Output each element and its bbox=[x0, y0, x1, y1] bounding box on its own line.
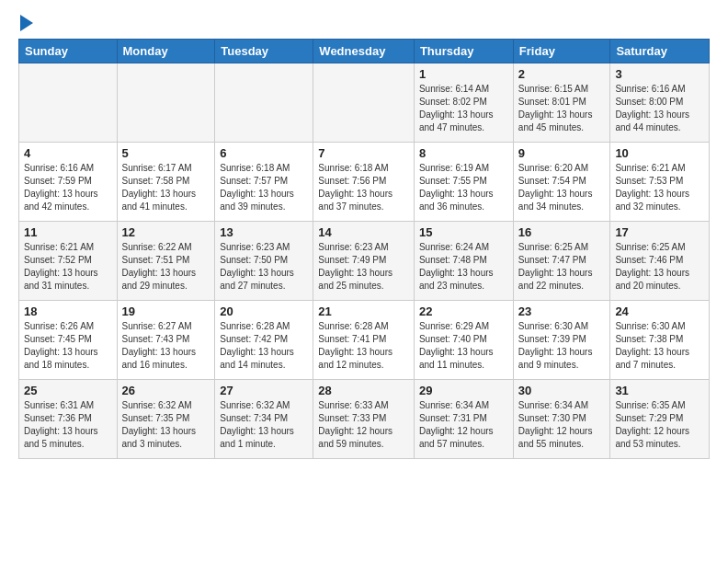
calendar-week-row: 4Sunrise: 6:16 AMSunset: 7:59 PMDaylight… bbox=[19, 143, 710, 222]
day-number: 21 bbox=[318, 304, 409, 318]
day-info: Sunrise: 6:25 AMSunset: 7:47 PMDaylight:… bbox=[518, 241, 606, 293]
calendar-header-monday: Monday bbox=[117, 40, 215, 63]
calendar-header-sunday: Sunday bbox=[19, 40, 118, 63]
day-number: 3 bbox=[615, 67, 704, 81]
day-info: Sunrise: 6:28 AMSunset: 7:41 PMDaylight:… bbox=[318, 320, 409, 372]
day-info: Sunrise: 6:17 AMSunset: 7:58 PMDaylight:… bbox=[122, 162, 210, 213]
calendar-day-cell: 17Sunrise: 6:25 AMSunset: 7:46 PMDayligh… bbox=[610, 222, 710, 301]
day-info: Sunrise: 6:24 AMSunset: 7:48 PMDaylight:… bbox=[419, 241, 508, 293]
day-number: 14 bbox=[318, 225, 409, 239]
day-number: 5 bbox=[122, 146, 210, 160]
day-info: Sunrise: 6:30 AMSunset: 7:39 PMDaylight:… bbox=[518, 320, 606, 372]
day-info: Sunrise: 6:14 AMSunset: 8:02 PMDaylight:… bbox=[419, 83, 508, 134]
calendar-day-cell: 23Sunrise: 6:30 AMSunset: 7:39 PMDayligh… bbox=[513, 301, 610, 380]
calendar-day-cell: 21Sunrise: 6:28 AMSunset: 7:41 PMDayligh… bbox=[313, 301, 415, 380]
day-number: 27 bbox=[220, 384, 308, 397]
day-number: 18 bbox=[24, 304, 112, 318]
header bbox=[18, 15, 710, 31]
calendar-week-row: 11Sunrise: 6:21 AMSunset: 7:52 PMDayligh… bbox=[19, 222, 710, 301]
calendar-day-cell: 3Sunrise: 6:16 AMSunset: 8:00 PMDaylight… bbox=[610, 63, 710, 143]
day-number: 30 bbox=[518, 384, 606, 397]
calendar-day-cell: 7Sunrise: 6:18 AMSunset: 7:56 PMDaylight… bbox=[313, 143, 415, 222]
day-number: 20 bbox=[220, 304, 308, 318]
day-info: Sunrise: 6:31 AMSunset: 7:36 PMDaylight:… bbox=[24, 399, 112, 451]
logo-arrow-icon bbox=[20, 15, 33, 31]
day-number: 7 bbox=[318, 146, 409, 160]
day-info: Sunrise: 6:30 AMSunset: 7:38 PMDaylight:… bbox=[615, 320, 704, 372]
day-number: 17 bbox=[615, 225, 704, 239]
calendar-week-row: 1Sunrise: 6:14 AMSunset: 8:02 PMDaylight… bbox=[19, 63, 710, 143]
calendar-day-cell: 6Sunrise: 6:18 AMSunset: 7:57 PMDaylight… bbox=[215, 143, 313, 222]
day-number: 2 bbox=[518, 67, 606, 81]
day-number: 8 bbox=[419, 146, 508, 160]
calendar-day-cell: 2Sunrise: 6:15 AMSunset: 8:01 PMDaylight… bbox=[513, 63, 610, 143]
calendar-header-wednesday: Wednesday bbox=[313, 40, 415, 63]
calendar-header-thursday: Thursday bbox=[414, 40, 513, 63]
calendar-day-cell: 27Sunrise: 6:32 AMSunset: 7:34 PMDayligh… bbox=[215, 380, 313, 459]
day-number: 25 bbox=[24, 384, 112, 397]
day-number: 23 bbox=[518, 304, 606, 318]
day-info: Sunrise: 6:18 AMSunset: 7:57 PMDaylight:… bbox=[220, 162, 308, 213]
day-number: 19 bbox=[122, 304, 210, 318]
calendar-day-cell: 29Sunrise: 6:34 AMSunset: 7:31 PMDayligh… bbox=[414, 380, 513, 459]
day-number: 28 bbox=[318, 384, 409, 397]
calendar-day-cell: 22Sunrise: 6:29 AMSunset: 7:40 PMDayligh… bbox=[414, 301, 513, 380]
day-number: 1 bbox=[419, 67, 508, 81]
day-number: 16 bbox=[518, 225, 606, 239]
calendar-day-cell: 5Sunrise: 6:17 AMSunset: 7:58 PMDaylight… bbox=[117, 143, 215, 222]
calendar-day-cell: 11Sunrise: 6:21 AMSunset: 7:52 PMDayligh… bbox=[19, 222, 118, 301]
day-number: 24 bbox=[615, 304, 704, 318]
calendar-day-cell: 8Sunrise: 6:19 AMSunset: 7:55 PMDaylight… bbox=[414, 143, 513, 222]
day-info: Sunrise: 6:33 AMSunset: 7:33 PMDaylight:… bbox=[318, 399, 409, 451]
calendar-day-cell: 30Sunrise: 6:34 AMSunset: 7:30 PMDayligh… bbox=[513, 380, 610, 459]
day-info: Sunrise: 6:22 AMSunset: 7:51 PMDaylight:… bbox=[122, 241, 210, 293]
calendar-header-friday: Friday bbox=[513, 40, 610, 63]
day-info: Sunrise: 6:27 AMSunset: 7:43 PMDaylight:… bbox=[122, 320, 210, 372]
day-info: Sunrise: 6:35 AMSunset: 7:29 PMDaylight:… bbox=[615, 399, 704, 451]
calendar-day-cell: 18Sunrise: 6:26 AMSunset: 7:45 PMDayligh… bbox=[19, 301, 118, 380]
day-info: Sunrise: 6:32 AMSunset: 7:34 PMDaylight:… bbox=[220, 399, 308, 451]
calendar-day-cell: 19Sunrise: 6:27 AMSunset: 7:43 PMDayligh… bbox=[117, 301, 215, 380]
calendar-day-cell bbox=[117, 63, 215, 143]
day-info: Sunrise: 6:19 AMSunset: 7:55 PMDaylight:… bbox=[419, 162, 508, 213]
day-number: 10 bbox=[615, 146, 704, 160]
day-number: 6 bbox=[220, 146, 308, 160]
calendar-table: SundayMondayTuesdayWednesdayThursdayFrid… bbox=[18, 39, 710, 459]
calendar-day-cell: 28Sunrise: 6:33 AMSunset: 7:33 PMDayligh… bbox=[313, 380, 415, 459]
day-info: Sunrise: 6:21 AMSunset: 7:52 PMDaylight:… bbox=[24, 241, 112, 293]
day-info: Sunrise: 6:26 AMSunset: 7:45 PMDaylight:… bbox=[24, 320, 112, 372]
day-info: Sunrise: 6:28 AMSunset: 7:42 PMDaylight:… bbox=[220, 320, 308, 372]
day-info: Sunrise: 6:18 AMSunset: 7:56 PMDaylight:… bbox=[318, 162, 409, 213]
day-number: 9 bbox=[518, 146, 606, 160]
day-info: Sunrise: 6:21 AMSunset: 7:53 PMDaylight:… bbox=[615, 162, 704, 213]
calendar-day-cell: 10Sunrise: 6:21 AMSunset: 7:53 PMDayligh… bbox=[610, 143, 710, 222]
day-info: Sunrise: 6:16 AMSunset: 7:59 PMDaylight:… bbox=[24, 162, 112, 213]
day-info: Sunrise: 6:20 AMSunset: 7:54 PMDaylight:… bbox=[518, 162, 606, 213]
day-number: 12 bbox=[122, 225, 210, 239]
calendar-day-cell bbox=[215, 63, 313, 143]
calendar-day-cell: 1Sunrise: 6:14 AMSunset: 8:02 PMDaylight… bbox=[414, 63, 513, 143]
calendar-day-cell: 4Sunrise: 6:16 AMSunset: 7:59 PMDaylight… bbox=[19, 143, 118, 222]
calendar-week-row: 25Sunrise: 6:31 AMSunset: 7:36 PMDayligh… bbox=[19, 380, 710, 459]
day-info: Sunrise: 6:32 AMSunset: 7:35 PMDaylight:… bbox=[122, 399, 210, 451]
calendar-day-cell: 25Sunrise: 6:31 AMSunset: 7:36 PMDayligh… bbox=[19, 380, 118, 459]
calendar-day-cell bbox=[313, 63, 415, 143]
day-info: Sunrise: 6:34 AMSunset: 7:30 PMDaylight:… bbox=[518, 399, 606, 451]
day-info: Sunrise: 6:15 AMSunset: 8:01 PMDaylight:… bbox=[518, 83, 606, 134]
day-number: 26 bbox=[122, 384, 210, 397]
calendar-day-cell: 15Sunrise: 6:24 AMSunset: 7:48 PMDayligh… bbox=[414, 222, 513, 301]
day-number: 29 bbox=[419, 384, 508, 397]
calendar-day-cell: 14Sunrise: 6:23 AMSunset: 7:49 PMDayligh… bbox=[313, 222, 415, 301]
calendar-day-cell: 31Sunrise: 6:35 AMSunset: 7:29 PMDayligh… bbox=[610, 380, 710, 459]
calendar-day-cell: 16Sunrise: 6:25 AMSunset: 7:47 PMDayligh… bbox=[513, 222, 610, 301]
calendar-day-cell bbox=[19, 63, 118, 143]
day-number: 22 bbox=[419, 304, 508, 318]
calendar-header-saturday: Saturday bbox=[610, 40, 710, 63]
day-number: 31 bbox=[615, 384, 704, 397]
day-info: Sunrise: 6:23 AMSunset: 7:50 PMDaylight:… bbox=[220, 241, 308, 293]
day-info: Sunrise: 6:25 AMSunset: 7:46 PMDaylight:… bbox=[615, 241, 704, 293]
calendar-day-cell: 9Sunrise: 6:20 AMSunset: 7:54 PMDaylight… bbox=[513, 143, 610, 222]
day-number: 4 bbox=[24, 146, 112, 160]
calendar-header-row: SundayMondayTuesdayWednesdayThursdayFrid… bbox=[19, 40, 710, 63]
calendar-header-tuesday: Tuesday bbox=[215, 40, 313, 63]
